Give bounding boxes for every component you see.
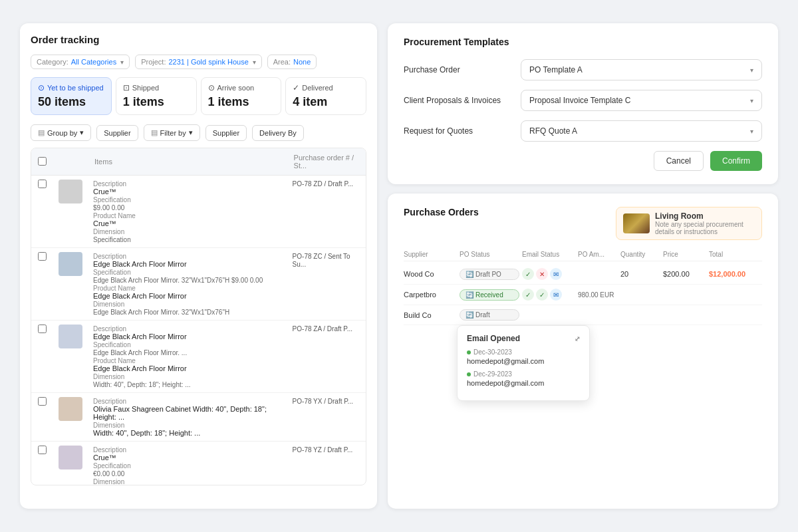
po-panel-header: Purchase Orders Living Room Note any spe… <box>404 207 762 240</box>
status-woodco-label: Draft PO <box>475 271 501 278</box>
email-icons-carpetbro: ✓ ✓ ✉ <box>522 289 575 301</box>
supplier-filter-button[interactable]: Supplier <box>205 125 247 141</box>
filter-icon: ▤ <box>38 128 45 137</box>
row-checkbox-cell[interactable] <box>31 393 53 442</box>
col-total: Total <box>709 251 762 258</box>
room-badge: Living Room Note any special procurement… <box>616 207 762 240</box>
project-filter[interactable]: Project: 2231 | Gold spink House ▾ <box>135 55 262 69</box>
qty-woodco: 20 <box>620 270 660 278</box>
status-buildco-label: Draft <box>475 311 490 319</box>
prod-value: Width: 40", Depth: 18"; Height: ... <box>93 429 200 437</box>
spec-value: Edge Black Arch Floor Mirror. 32"Wx1"Dx7… <box>93 277 263 284</box>
po-value: PO-78 YX / Draft P... <box>293 398 353 405</box>
category-filter[interactable]: Category: All Categories ▾ <box>31 55 130 69</box>
status-carpetbro: 🔄 Received <box>460 289 519 301</box>
filter-by-button[interactable]: ▤ Filter by ▾ <box>144 124 200 141</box>
prod-label: Product Name <box>93 357 136 364</box>
select-all-checkbox[interactable] <box>38 157 47 166</box>
draft-icon: 🔄 <box>466 271 473 278</box>
po-value: PO-78 ZA / Draft P... <box>293 325 352 332</box>
email-mail-icon: ✉ <box>550 268 562 280</box>
room-image <box>623 213 650 233</box>
shipped-icon: ⊡ <box>123 83 130 92</box>
desc-label: Description <box>93 253 126 260</box>
proc-invoices-select[interactable]: Proposal Invoice Template C ▾ <box>521 90 762 111</box>
group-by-button[interactable]: ▤ Group by ▾ <box>31 124 91 141</box>
row-checkbox[interactable] <box>38 397 47 406</box>
row-checkbox-cell[interactable] <box>31 248 53 321</box>
dim-label: Dimension <box>93 228 124 235</box>
tab-delivered[interactable]: ✓ Delivered 4 item <box>285 77 366 115</box>
spec-label: Specification <box>93 341 131 348</box>
po-value: PO-78 ZC / Sent To Su... <box>293 253 350 268</box>
expand-icon[interactable]: ⤢ <box>575 335 580 342</box>
supplier-group-button[interactable]: Supplier <box>96 125 138 141</box>
col-status: PO Status <box>460 251 519 258</box>
right-column: Procurement Templates Purchase Order PO … <box>388 23 778 509</box>
proc-po-select[interactable]: PO Template A ▾ <box>521 59 762 80</box>
spec-label: Specification <box>93 462 131 469</box>
purchase-orders-panel: Purchase Orders Living Room Note any spe… <box>388 194 778 509</box>
tab-arrive-soon[interactable]: ⊙ Arrive soon 1 items <box>201 77 282 115</box>
item-thumbnail <box>59 180 82 203</box>
proc-po-label: Purchase Order <box>404 65 510 74</box>
item-thumbnail <box>59 325 82 348</box>
row-checkbox[interactable] <box>38 180 47 188</box>
area-label: Area: <box>273 58 291 66</box>
dim-value: Specification <box>93 236 131 243</box>
category-value: All Categories <box>71 58 116 66</box>
row-description-cell: Description Crue™ Specification €0.00 0.… <box>88 442 287 486</box>
desc-value: Edge Black Arch Floor Mirror <box>93 260 187 268</box>
filters-row: Category: All Categories ▾ Project: 2231… <box>31 55 366 69</box>
email-icons-woodco: ✓ ✕ ✉ <box>522 268 575 280</box>
proc-title: Procurement Templates <box>404 37 762 47</box>
po-table-header: Supplier PO Status Email Status PO Am...… <box>404 248 762 261</box>
row-checkbox[interactable] <box>38 252 47 261</box>
desc-value: Crue™ <box>93 454 116 462</box>
col-qty: Quantity <box>620 251 660 258</box>
proc-rfq-value: RFQ Quote A <box>529 126 577 136</box>
row-image-cell <box>53 248 88 321</box>
yet-to-ship-label: Yet to be shipped <box>47 84 104 92</box>
category-chevron: ▾ <box>120 59 124 66</box>
desc-value: Crue™ <box>93 188 116 196</box>
confirm-button[interactable]: Confirm <box>710 151 762 171</box>
cancel-button[interactable]: Cancel <box>654 151 704 171</box>
project-chevron: ▾ <box>253 59 256 66</box>
row-description-cell: Description Olivia Faux Shagreen Cabinet… <box>88 393 287 442</box>
area-value: None <box>293 58 311 66</box>
tab-shipped[interactable]: ⊡ Shipped 1 items <box>116 77 197 115</box>
select-all-header[interactable] <box>31 148 53 176</box>
delivery-by-button[interactable]: Delivery By <box>252 125 304 141</box>
prod-label: Product Name <box>93 285 136 292</box>
proc-rfq-select[interactable]: RFQ Quote A ▾ <box>521 120 762 142</box>
spec-label: Specification <box>93 269 131 276</box>
arrive-soon-icon: ⊙ <box>208 83 215 92</box>
proc-invoices-chevron: ▾ <box>750 97 753 104</box>
row-checkbox-cell[interactable] <box>31 442 53 486</box>
row-checkbox-cell[interactable] <box>31 176 53 248</box>
table-row: Description Edge Black Arch Floor Mirror… <box>31 321 366 393</box>
po-row-woodco: Wood Co 🔄 Draft PO ✓ ✕ ✉ 20 $200.00 $12,… <box>404 264 762 285</box>
row-checkbox[interactable] <box>38 446 47 454</box>
prod-value: Crue™ <box>93 219 116 227</box>
email-date-2: Dec-29-2023 <box>467 370 580 378</box>
row-checkbox-cell[interactable] <box>31 321 53 393</box>
email-check-icon-2: ✓ <box>522 289 534 301</box>
col-price: Price <box>663 251 706 258</box>
po-num-carpetbro: 980.00 EUR <box>578 291 618 299</box>
desc-value: Olivia Faux Shagreen Cabinet Width: 40",… <box>93 405 267 421</box>
supplier-buildco: Build Co <box>404 311 457 319</box>
desc-label: Description <box>93 180 126 188</box>
row-checkbox[interactable] <box>38 325 47 333</box>
row-description-cell: Description Crue™ Specification $9.00 0.… <box>88 176 287 248</box>
supplier-filter-label: Supplier <box>213 129 239 137</box>
area-filter[interactable]: Area: None <box>267 55 317 69</box>
action-bar: ▤ Group by ▾ Supplier ▤ Filter by ▾ Supp… <box>31 124 366 141</box>
tab-yet-to-ship[interactable]: ⊙ Yet to be shipped 50 items <box>31 77 112 115</box>
po-value: PO-78 ZD / Draft P... <box>293 180 354 188</box>
image-header <box>53 148 88 176</box>
row-po-cell: PO-78 ZD / Draft P... <box>287 176 366 248</box>
procurement-templates-panel: Procurement Templates Purchase Order PO … <box>388 23 778 184</box>
item-thumbnail <box>59 446 82 469</box>
